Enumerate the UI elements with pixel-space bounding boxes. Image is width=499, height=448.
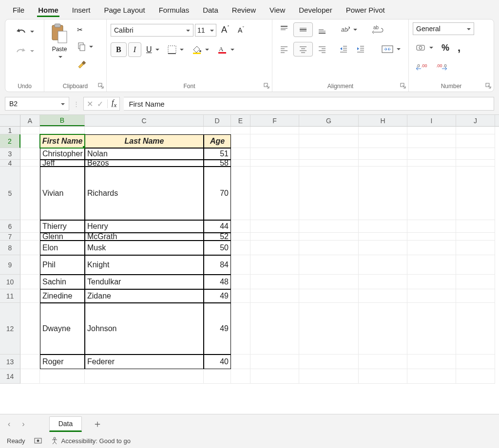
cell-F5[interactable] (250, 167, 299, 220)
tab-page-layout[interactable]: Page Layout (97, 3, 152, 17)
cell-I3[interactable] (407, 148, 456, 160)
cell-B12[interactable]: Dwayne (40, 303, 85, 355)
row-header-6[interactable]: 6 (0, 220, 20, 233)
underline-button[interactable]: U (143, 43, 163, 56)
col-header-D[interactable]: D (204, 115, 231, 126)
fill-color-button[interactable] (189, 43, 212, 56)
cell-G5[interactable] (299, 167, 359, 220)
cell-F3[interactable] (250, 148, 299, 160)
cell-G9[interactable] (299, 255, 359, 275)
cell-E6[interactable] (231, 220, 250, 233)
row-header-11[interactable]: 11 (0, 289, 20, 303)
cell-H10[interactable] (359, 275, 407, 289)
tab-insert[interactable]: Insert (65, 3, 97, 17)
col-header-F[interactable]: F (250, 115, 299, 126)
row-header-14[interactable]: 14 (0, 369, 20, 384)
cell-D13[interactable]: 40 (204, 355, 231, 369)
cell-I2[interactable] (407, 134, 456, 148)
number-format-combo[interactable]: General (413, 22, 474, 35)
cell-F10[interactable] (250, 275, 299, 289)
cell-C13[interactable]: Federer (85, 355, 204, 369)
decrease-decimal-button[interactable]: .00.0 (433, 60, 451, 74)
col-header-G[interactable]: G (299, 115, 359, 126)
cell-F12[interactable] (250, 303, 299, 355)
cell-I11[interactable] (407, 289, 456, 303)
cell-E7[interactable] (231, 233, 250, 241)
cell-J2[interactable] (456, 134, 495, 148)
cell-E2[interactable] (231, 134, 250, 148)
cell-A9[interactable] (20, 255, 40, 275)
cell-E1[interactable] (231, 127, 250, 134)
merge-center-button[interactable] (378, 42, 404, 56)
cell-H8[interactable] (359, 241, 407, 255)
cell-A6[interactable] (20, 220, 40, 233)
cell-A10[interactable] (20, 275, 40, 289)
cell-H13[interactable] (359, 355, 407, 369)
cell-H1[interactable] (359, 127, 407, 134)
cell-D2[interactable]: Age (204, 134, 231, 148)
undo-button[interactable] (12, 24, 38, 39)
tab-view[interactable]: View (263, 3, 292, 17)
cell-G3[interactable] (299, 148, 359, 160)
cell-C3[interactable]: Nolan (85, 148, 204, 160)
tab-power-pivot[interactable]: Power Pivot (339, 3, 392, 17)
cell-B7[interactable]: Glenn (40, 233, 85, 241)
cell-A4[interactable] (20, 160, 40, 167)
cell-A11[interactable] (20, 289, 40, 303)
cell-I6[interactable] (407, 220, 456, 233)
tab-review[interactable]: Review (225, 3, 263, 17)
cell-J9[interactable] (456, 255, 495, 275)
cell-H9[interactable] (359, 255, 407, 275)
cell-B1[interactable] (40, 127, 85, 134)
cell-B14[interactable] (40, 369, 85, 384)
cell-B11[interactable]: Zinedine (40, 289, 85, 303)
cell-E5[interactable] (231, 167, 250, 220)
col-header-B[interactable]: B (40, 115, 85, 126)
row-header-3[interactable]: 3 (0, 148, 20, 160)
row-header-7[interactable]: 7 (0, 233, 20, 241)
comma-button[interactable]: , (454, 39, 464, 56)
tab-home[interactable]: Home (31, 3, 65, 17)
cell-E12[interactable] (231, 303, 250, 355)
cell-D7[interactable]: 52 (204, 233, 231, 241)
cell-I10[interactable] (407, 275, 456, 289)
name-box[interactable]: B2 (5, 97, 69, 111)
cell-H6[interactable] (359, 220, 407, 233)
cell-D6[interactable]: 44 (204, 220, 231, 233)
cell-J8[interactable] (456, 241, 495, 255)
select-all-corner[interactable] (0, 115, 20, 126)
cell-C5[interactable]: Richards (85, 167, 204, 220)
cell-B10[interactable]: Sachin (40, 275, 85, 289)
cell-D4[interactable]: 58 (204, 160, 231, 167)
accessibility-status[interactable]: Accessibility: Good to go (51, 437, 131, 445)
sheet-nav-prev[interactable]: ‹ (5, 420, 13, 429)
increase-indent-button[interactable] (353, 42, 368, 56)
cell-H5[interactable] (359, 167, 407, 220)
cell-J13[interactable] (456, 355, 495, 369)
cell-B5[interactable]: Vivian (40, 167, 85, 220)
cell-C10[interactable]: Tendulkar (85, 275, 204, 289)
cell-J14[interactable] (456, 369, 495, 384)
cell-J4[interactable] (456, 160, 495, 167)
cell-J7[interactable] (456, 233, 495, 241)
cell-I12[interactable] (407, 303, 456, 355)
sheet-tab-data[interactable]: Data (49, 416, 82, 432)
cell-A14[interactable] (20, 369, 40, 384)
cell-J1[interactable] (456, 127, 495, 134)
format-painter-button[interactable] (74, 57, 96, 72)
cell-C7[interactable]: McGrath (85, 233, 204, 241)
cell-A5[interactable] (20, 167, 40, 220)
cell-J5[interactable] (456, 167, 495, 220)
cell-H4[interactable] (359, 160, 407, 167)
accounting-format-button[interactable] (413, 41, 437, 55)
cell-J3[interactable] (456, 148, 495, 160)
font-launcher[interactable] (264, 83, 270, 90)
sheet-nav-next[interactable]: › (19, 420, 27, 429)
borders-button[interactable] (164, 43, 187, 56)
col-header-J[interactable]: J (456, 115, 495, 126)
enter-formula-button[interactable]: ✓ (97, 99, 103, 109)
cell-G12[interactable] (299, 303, 359, 355)
cell-G4[interactable] (299, 160, 359, 167)
decrease-indent-button[interactable] (336, 42, 351, 56)
formula-bar[interactable]: First Name (124, 97, 494, 111)
